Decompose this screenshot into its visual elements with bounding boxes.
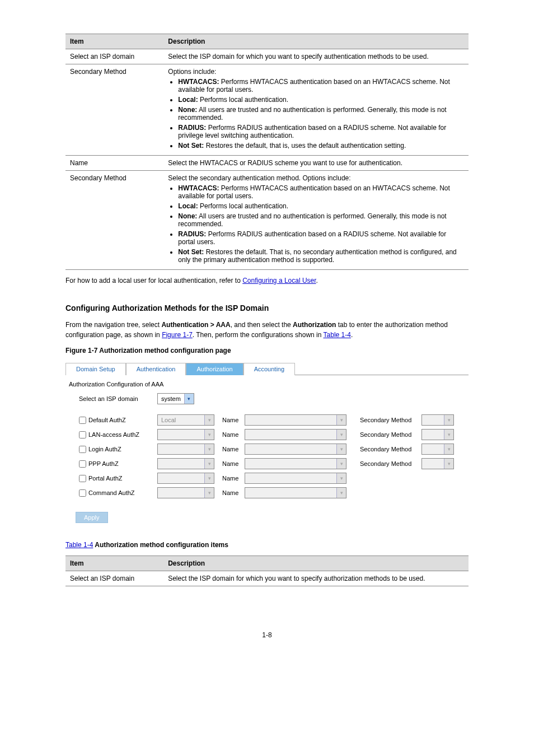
authz-row-label: Portal AuthZ xyxy=(88,475,123,482)
cell-item: Secondary Method xyxy=(65,171,163,270)
authz-config-items-table: Item Description Select an ISP domainSel… xyxy=(65,556,469,586)
authz-row: Login AuthZ▾Name▾Secondary Method▾ xyxy=(79,444,469,455)
chevron-down-icon: ▾ xyxy=(204,430,214,440)
name-label: Name xyxy=(218,460,245,467)
secondary-method-select[interactable]: ▾ xyxy=(421,414,454,426)
authz-checkbox[interactable] xyxy=(79,460,86,468)
authz-row-label: LAN-access AuthZ xyxy=(88,431,139,438)
figure-ref-link[interactable]: Figure 1-7 xyxy=(162,331,193,339)
method-select[interactable]: ▾ xyxy=(157,444,214,455)
chevron-down-icon: ▾ xyxy=(204,459,214,469)
isp-domain-select[interactable]: system ▾ xyxy=(157,393,194,404)
authz-row: LAN-access AuthZ▾Name▾Secondary Method▾ xyxy=(79,429,469,440)
secondary-method-label: Secondary Method xyxy=(350,460,421,467)
authz-row: Command AuthZ▾Name▾ xyxy=(79,487,469,498)
name-label: Name xyxy=(218,446,245,452)
authz-row-label: Command AuthZ xyxy=(88,489,135,496)
name-label: Name xyxy=(218,431,245,438)
cell-desc: Options include:HWTACACS: Performs HWTAC… xyxy=(163,64,469,156)
figure-caption: Figure 1-7 Authorization method configur… xyxy=(65,346,469,356)
name-select[interactable]: ▾ xyxy=(245,429,346,440)
method-select[interactable]: ▾ xyxy=(157,487,214,498)
name-select[interactable]: ▾ xyxy=(245,444,346,455)
authz-checkbox[interactable] xyxy=(79,446,86,453)
chevron-down-icon: ▾ xyxy=(184,394,194,404)
method-select[interactable]: ▾ xyxy=(157,473,214,484)
name-label: Name xyxy=(218,417,245,423)
secondary-method-label: Secondary Method xyxy=(350,431,421,438)
cell-desc: Select the secondary authentication meth… xyxy=(163,171,469,270)
chevron-down-icon: ▾ xyxy=(204,415,214,425)
authz-checkbox[interactable] xyxy=(79,489,86,497)
page-number: 1-8 xyxy=(0,631,534,639)
name-select[interactable]: ▾ xyxy=(245,458,346,469)
secondary-method-select[interactable]: ▾ xyxy=(421,458,454,469)
authorization-config-panel: Domain SetupAuthenticationAuthorizationA… xyxy=(65,362,469,523)
table-ref-link[interactable]: Table 1-4 xyxy=(324,331,351,339)
th-item: Item xyxy=(65,556,163,571)
chevron-down-icon: ▾ xyxy=(204,444,214,454)
cell-item: Select an ISP domain xyxy=(65,571,163,586)
name-label: Name xyxy=(218,489,245,496)
chevron-down-icon: ▾ xyxy=(204,488,214,498)
authz-row: Portal AuthZ▾Name▾ xyxy=(79,473,469,484)
table2-caption-link[interactable]: Table 1-4 xyxy=(65,541,93,549)
authz-row: PPP AuthZ▾Name▾Secondary Method▾ xyxy=(79,458,469,469)
tab-authentication[interactable]: Authentication xyxy=(126,363,186,375)
tab-accounting[interactable]: Accounting xyxy=(243,363,295,375)
authz-grid: Default AuthZLocal▾Name▾Secondary Method… xyxy=(79,414,469,498)
isp-domain-label: Select an ISP domain xyxy=(79,395,157,402)
cell-item: Select an ISP domain xyxy=(65,49,163,64)
authz-checkbox[interactable] xyxy=(79,475,86,482)
name-label: Name xyxy=(218,475,245,482)
tab-authorization[interactable]: Authorization xyxy=(186,363,243,375)
th-desc: Description xyxy=(163,556,469,571)
authz-row-label: Login AuthZ xyxy=(88,446,121,452)
tab-domain-setup[interactable]: Domain Setup xyxy=(65,363,126,375)
cell-item: Name xyxy=(65,156,163,171)
chevron-down-icon: ▾ xyxy=(336,473,346,483)
chevron-down-icon: ▾ xyxy=(336,430,346,440)
authz-row-label: Default AuthZ xyxy=(88,417,126,423)
cell-desc: Select the ISP domain for which you want… xyxy=(163,49,469,64)
tab-bar: Domain SetupAuthenticationAuthorizationA… xyxy=(65,362,469,375)
name-select[interactable]: ▾ xyxy=(245,487,346,498)
chevron-down-icon: ▾ xyxy=(444,415,453,425)
th-desc: Description xyxy=(163,34,469,49)
cell-item: Secondary Method xyxy=(65,64,163,156)
config-items-table: Item Description Select an ISP domainSel… xyxy=(65,34,469,270)
authz-row: Default AuthZLocal▾Name▾Secondary Method… xyxy=(79,414,469,426)
secondary-method-select[interactable]: ▾ xyxy=(421,429,454,440)
method-select[interactable]: ▾ xyxy=(157,458,214,469)
name-select[interactable]: ▾ xyxy=(245,473,346,484)
chevron-down-icon: ▾ xyxy=(204,473,214,483)
cell-desc: Select the HWTACACS or RADIUS scheme you… xyxy=(163,156,469,171)
th-item: Item xyxy=(65,34,163,49)
chevron-down-icon: ▾ xyxy=(336,415,346,425)
name-select[interactable]: ▾ xyxy=(245,414,346,426)
authz-checkbox[interactable] xyxy=(79,431,86,438)
chevron-down-icon: ▾ xyxy=(336,444,346,454)
cell-desc: Select the ISP domain for which you want… xyxy=(163,571,469,586)
secondary-method-label: Secondary Method xyxy=(350,446,421,452)
chevron-down-icon: ▾ xyxy=(336,459,346,469)
chevron-down-icon: ▾ xyxy=(336,488,346,498)
method-select[interactable]: ▾ xyxy=(157,429,214,440)
secondary-method-select[interactable]: ▾ xyxy=(421,444,454,455)
chevron-down-icon: ▾ xyxy=(444,444,453,454)
local-user-link[interactable]: Configuring a Local User xyxy=(242,277,316,284)
method-select[interactable]: Local▾ xyxy=(157,414,214,426)
chevron-down-icon: ▾ xyxy=(444,430,453,440)
chevron-down-icon: ▾ xyxy=(444,459,453,469)
refer-text: For how to add a local user for local au… xyxy=(65,277,242,284)
authz-checkbox[interactable] xyxy=(79,417,86,424)
apply-button[interactable]: Apply xyxy=(76,512,108,523)
secondary-method-label: Secondary Method xyxy=(350,417,421,423)
section-heading-authz: Configuring Authorization Methods for th… xyxy=(65,302,469,314)
authz-row-label: PPP AuthZ xyxy=(88,460,119,467)
panel-subtitle: Authorization Configuration of AAA xyxy=(69,381,469,388)
